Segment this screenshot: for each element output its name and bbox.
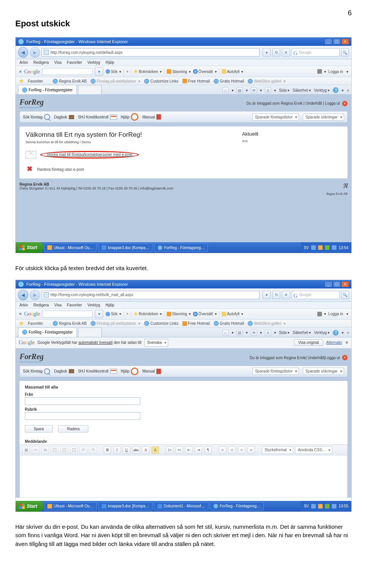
tray-icon[interactable]	[311, 245, 316, 250]
ed-align-right-button[interactable]: ≡	[238, 446, 245, 454]
menu-redigera[interactable]: Redigera	[33, 60, 49, 65]
saved-lists-dropdown[interactable]: Sparade företagslistor	[252, 113, 299, 121]
ed-align-center-button[interactable]: ≡	[228, 446, 236, 454]
saved-search-dropdown[interactable]: Sparade sökningar	[303, 368, 344, 375]
saved-lists-dropdown[interactable]: Sparade företagslistor	[252, 368, 299, 375]
from-input[interactable]	[25, 397, 140, 405]
taskbar-item[interactable]: Utkast - Microsoft Ou…	[44, 243, 97, 252]
menu-verktyg[interactable]: Verktyg	[88, 60, 100, 65]
google-search-input[interactable]	[42, 68, 93, 75]
wrench-icon[interactable]	[317, 69, 322, 74]
taskbar-item[interactable]: knappar3.doc [Kompa…	[98, 502, 153, 510]
close-toolbar-button[interactable]: ✕	[19, 312, 22, 316]
menu-favoriter[interactable]: Favoriter	[67, 60, 82, 65]
ed-paste-word-button[interactable]: 📋	[70, 446, 78, 454]
tray-icon[interactable]	[325, 504, 330, 509]
gt-language-select[interactable]: Svenska	[145, 339, 168, 347]
bookmarks-button[interactable]: Bokmärken ▾	[133, 69, 162, 74]
tray-icon[interactable]	[311, 504, 316, 509]
google-search-button[interactable]: Sök ▾	[106, 312, 121, 316]
google-plus-button[interactable]: +	[126, 312, 128, 316]
ed-bgcolor-button[interactable]: A	[151, 446, 159, 454]
tray-icon[interactable]	[332, 504, 336, 509]
fav-link[interactable]: Gratis Hotmail	[214, 321, 244, 326]
safety-menu[interactable]: Säkerhet ▾	[292, 88, 311, 92]
menu-redigera[interactable]: Redigera	[33, 303, 49, 307]
home-button[interactable]: ⌂	[222, 330, 229, 336]
page-menu[interactable]: Sida ▾	[279, 330, 290, 335]
ed-underline-button[interactable]: U	[123, 446, 130, 454]
manage-no-email-row[interactable]: ✖ Hantera företag utan e-post	[26, 165, 234, 173]
subject-input[interactable]	[25, 412, 140, 420]
fav-link[interactable]: Regina Ervik AB	[53, 321, 86, 326]
ed-source-button[interactable]: ▦	[22, 446, 30, 454]
menu-arkiv[interactable]: Arkiv	[19, 303, 28, 307]
ed-italic-button[interactable]: I	[113, 446, 121, 454]
ed-align-justify-button[interactable]: ≡	[247, 446, 255, 454]
favorites-label[interactable]: Favoriter	[28, 321, 43, 326]
favorites-icon[interactable]	[19, 321, 24, 326]
tools-menu[interactable]: Verktyg ▾	[314, 88, 330, 92]
menu-hjalp[interactable]: Hjälp	[106, 303, 114, 307]
logout-icon[interactable]: ✕	[342, 355, 348, 360]
stop-button[interactable]: ✕	[282, 48, 290, 57]
back-button[interactable]: ◄	[18, 290, 28, 300]
gt-options-link[interactable]: Alternativ	[326, 340, 342, 345]
menu-visa[interactable]: Visa	[54, 303, 62, 307]
page-menu[interactable]: Sida ▾	[279, 88, 290, 92]
start-button[interactable]: Start	[16, 501, 43, 512]
login-button[interactable]: Logga in	[328, 312, 343, 316]
nav-help[interactable]: Hjälp	[121, 368, 139, 375]
nav-help[interactable]: Hjälp	[121, 113, 139, 121]
ed-textcolor-button[interactable]: A	[142, 446, 149, 454]
wrench-icon[interactable]	[317, 312, 322, 316]
favorites-icon[interactable]	[19, 78, 24, 84]
nav-diary[interactable]: Dagbok	[54, 369, 74, 373]
ed-align-left-button[interactable]: ≡	[219, 446, 226, 454]
logout-icon[interactable]: ✕	[342, 101, 348, 106]
feeds-button[interactable]: ▤	[237, 87, 243, 93]
google-search-dropdown[interactable]: ▾	[95, 67, 103, 76]
delete-button[interactable]: Radera	[58, 425, 88, 432]
tray-icon[interactable]	[318, 245, 323, 250]
nav-diary[interactable]: Dagbok	[54, 115, 74, 119]
home-button[interactable]: ⌂	[222, 87, 229, 93]
google-plus-button[interactable]: +	[126, 70, 128, 74]
browser-tab[interactable]: ForReg - Företagsregister	[18, 327, 77, 337]
go-button[interactable]: ▾	[263, 48, 271, 57]
maximize-button[interactable]: ☐	[333, 39, 341, 45]
forward-button[interactable]: ►	[30, 47, 40, 58]
menu-arkiv[interactable]: Arkiv	[19, 60, 28, 65]
tray-icon[interactable]	[318, 504, 323, 509]
send-mail-row[interactable]: Skicka mail till företag/kontaktpersoner…	[26, 151, 234, 159]
search-go-button[interactable]: 🔍	[341, 291, 349, 299]
nav-manual[interactable]: Manual	[142, 114, 161, 120]
close-toolbar-button[interactable]: ✕	[19, 70, 22, 74]
more-button[interactable]: »	[347, 330, 349, 335]
menu-favoriter[interactable]: Favoriter	[67, 303, 82, 307]
ed-paragraph-format-select[interactable]: Styckeformat	[262, 446, 293, 454]
taskbar-item[interactable]: Utkast - Microsoft Ou…	[44, 502, 97, 510]
google-search-dropdown[interactable]: ▾	[95, 310, 103, 318]
fav-link[interactable]: WebSlice-galleri ▾	[248, 321, 286, 326]
taskbar-item[interactable]: ForReg - Företagsreg…	[210, 502, 264, 510]
fav-link[interactable]: Free Hotmail	[182, 79, 210, 83]
ed-paste-text-button[interactable]: 📋	[60, 446, 68, 454]
ed-cut-button[interactable]: ✂	[32, 446, 39, 454]
ed-undo-button[interactable]: ↶	[80, 446, 87, 454]
menu-hjalp[interactable]: Hjälp	[106, 60, 114, 65]
gt-show-original-button[interactable]: Visa original	[294, 339, 323, 346]
mail-button[interactable]: ✉	[251, 87, 257, 93]
search-go-button[interactable]: 🔍	[341, 48, 349, 57]
saved-search-dropdown[interactable]: Sparade sökningar	[303, 113, 344, 121]
ed-css-select[interactable]: Använda CSS…	[295, 446, 332, 454]
favorites-label[interactable]: Favoriter	[28, 79, 43, 83]
translate-button[interactable]: Översätt ▾	[193, 69, 217, 74]
tools-menu[interactable]: Verktyg ▾	[314, 330, 330, 335]
minimize-button[interactable]: _	[325, 39, 332, 45]
ed-paste-button[interactable]: 📋	[51, 446, 58, 454]
close-button[interactable]: ✕	[341, 39, 349, 45]
new-tab-button[interactable]	[78, 327, 102, 337]
ed-ul-button[interactable]: •≡	[175, 446, 183, 454]
login-button[interactable]: Logga in	[328, 70, 343, 74]
